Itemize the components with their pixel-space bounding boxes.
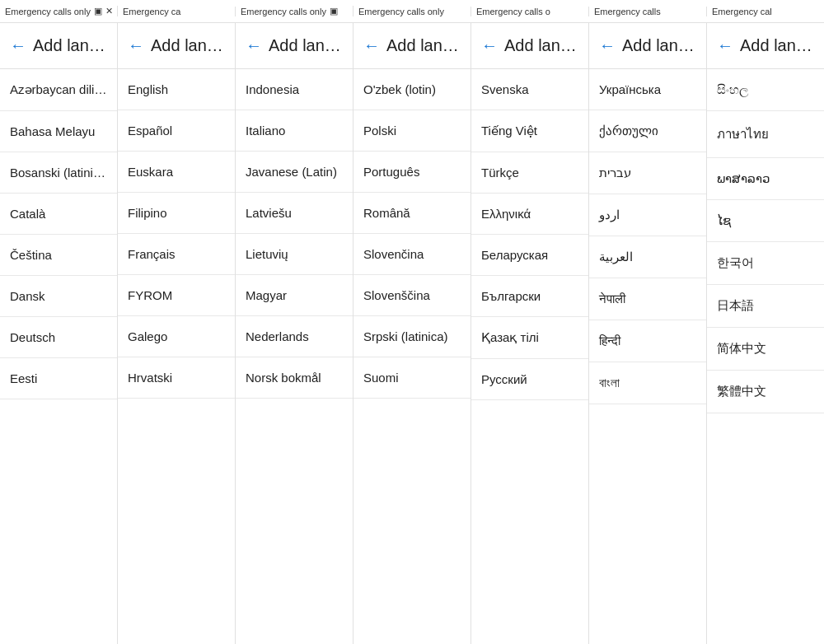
- list-item[interactable]: Türkçe: [471, 152, 588, 194]
- list-item[interactable]: Ελληνικά: [471, 194, 588, 235]
- list-item[interactable]: ພາສາລາວ: [707, 158, 824, 200]
- list-item[interactable]: हिन्दी: [589, 320, 706, 362]
- status-text-1: Emergency calls only: [5, 7, 91, 16]
- list-item[interactable]: Magyar: [236, 275, 353, 316]
- language-column-4: O'zbek (lotin)PolskiPortuguêsRomânăSlove…: [353, 69, 471, 644]
- list-item[interactable]: Suomi: [353, 357, 471, 399]
- language-column-6: Українськаქართულიעבריתاردوالعربيةनेपालीह…: [589, 69, 707, 644]
- status-text-2: Emergency ca: [123, 7, 180, 16]
- list-item[interactable]: العربية: [589, 236, 706, 278]
- list-item[interactable]: Nederlands: [236, 316, 353, 357]
- header-title-2: Add language: [151, 36, 225, 55]
- header-cell-2: ← Add language: [118, 23, 236, 68]
- list-item[interactable]: 简体中文: [707, 328, 824, 371]
- list-item[interactable]: ქართული: [589, 110, 706, 152]
- list-item[interactable]: Tiếng Việt: [471, 110, 588, 152]
- list-item[interactable]: English: [118, 69, 235, 110]
- list-item[interactable]: Русский: [471, 359, 588, 400]
- list-item[interactable]: Indonesia: [236, 69, 353, 110]
- list-item[interactable]: Български: [471, 276, 588, 317]
- language-column-1: Azərbaycan dili (latın)Bahasa MelayuBosa…: [0, 69, 118, 644]
- header-title-6: Add language: [622, 36, 696, 55]
- status-cell-5: Emergency calls o: [471, 7, 589, 16]
- language-column-2: EnglishEspañolEuskaraFilipinoFrançaisFYR…: [118, 69, 236, 644]
- header-cell-5: ← Add language: [471, 23, 589, 68]
- list-item[interactable]: Português: [353, 152, 471, 193]
- header-cell-3: ← Add language: [236, 23, 353, 68]
- header-cell-7: ← Add language: [707, 23, 824, 68]
- list-item[interactable]: O'zbek (lotin): [353, 69, 471, 110]
- list-item[interactable]: Lietuvių: [236, 234, 353, 275]
- list-item[interactable]: Беларуская: [471, 235, 588, 276]
- list-item[interactable]: Español: [118, 110, 235, 152]
- back-button-1[interactable]: ←: [10, 36, 26, 55]
- status-text-4: Emergency calls only: [358, 7, 444, 16]
- list-item[interactable]: Italiano: [236, 110, 353, 152]
- header-title-4: Add language: [386, 36, 461, 55]
- language-column-7: සිංහලภาษาไทยພາສາລາວໄຊ한국어日本語简体中文繁體中文: [707, 69, 824, 644]
- header-title-7: Add language: [740, 36, 814, 55]
- list-item[interactable]: Română: [353, 193, 471, 234]
- list-item[interactable]: 한국어: [707, 242, 824, 285]
- list-item[interactable]: Català: [0, 194, 117, 235]
- list-item[interactable]: Bahasa Melayu: [0, 111, 117, 152]
- status-cell-6: Emergency calls: [589, 7, 707, 16]
- back-button-5[interactable]: ←: [481, 36, 498, 55]
- back-button-4[interactable]: ←: [363, 36, 380, 55]
- list-item[interactable]: Français: [118, 234, 235, 275]
- list-item[interactable]: Srpski (latinica): [353, 316, 471, 357]
- list-item[interactable]: Galego: [118, 316, 235, 357]
- list-item[interactable]: Қазақ тілі: [471, 317, 588, 359]
- status-cell-4: Emergency calls only: [353, 7, 471, 16]
- list-item[interactable]: Svenska: [471, 69, 588, 110]
- list-item[interactable]: Javanese (Latin): [236, 152, 353, 193]
- back-button-6[interactable]: ←: [599, 36, 616, 55]
- list-item[interactable]: Українська: [589, 69, 706, 110]
- list-item[interactable]: Norsk bokmål: [236, 357, 353, 399]
- list-item[interactable]: FYROM: [118, 275, 235, 316]
- status-cell-1: Emergency calls only ▣ ✕: [0, 6, 118, 16]
- header-cell-1: ← Add language: [0, 23, 118, 68]
- header-title-1: Add language: [33, 36, 107, 55]
- back-button-3[interactable]: ←: [246, 36, 262, 55]
- list-item[interactable]: Hrvatski: [118, 357, 235, 399]
- list-item[interactable]: Filipino: [118, 193, 235, 234]
- list-item[interactable]: 日本語: [707, 285, 824, 328]
- list-item[interactable]: Euskara: [118, 152, 235, 193]
- list-item[interactable]: Deutsch: [0, 317, 117, 358]
- list-item[interactable]: Eesti: [0, 358, 117, 399]
- header-row: ← Add language ← Add language ← Add lang…: [0, 23, 824, 69]
- list-item[interactable]: ภาษาไทย: [707, 111, 824, 158]
- back-button-7[interactable]: ←: [717, 36, 733, 55]
- list-item[interactable]: Dansk: [0, 276, 117, 317]
- signal-icon: ▣: [94, 6, 102, 16]
- list-item[interactable]: Čeština: [0, 235, 117, 276]
- list-item[interactable]: Latviešu: [236, 193, 353, 234]
- header-title-5: Add language: [504, 36, 578, 55]
- content-area: Azərbaycan dili (latın)Bahasa MelayuBosa…: [0, 69, 824, 644]
- status-cell-7: Emergency cal: [707, 7, 824, 16]
- list-item[interactable]: ໄຊ: [707, 200, 824, 242]
- status-bar: Emergency calls only ▣ ✕ Emergency ca Em…: [0, 0, 824, 23]
- status-text-6: Emergency calls: [594, 7, 661, 16]
- list-item[interactable]: Azərbaycan dili (latın): [0, 69, 117, 111]
- list-item[interactable]: বাংলা: [589, 362, 706, 404]
- back-button-2[interactable]: ←: [128, 36, 144, 55]
- list-item[interactable]: עברית: [589, 152, 706, 194]
- close-icon: ✕: [105, 6, 113, 16]
- list-item[interactable]: 繁體中文: [707, 371, 824, 413]
- header-cell-6: ← Add language: [589, 23, 707, 68]
- list-item[interactable]: नेपाली: [589, 278, 706, 320]
- list-item[interactable]: Polski: [353, 110, 471, 152]
- list-item[interactable]: اردو: [589, 194, 706, 236]
- list-item[interactable]: Slovenščina: [353, 275, 471, 316]
- header-title-3: Add language: [269, 36, 343, 55]
- status-text-7: Emergency cal: [712, 7, 772, 16]
- list-item[interactable]: Slovenčina: [353, 234, 471, 275]
- header-cell-4: ← Add language: [353, 23, 471, 68]
- list-item[interactable]: සිංහල: [707, 69, 824, 111]
- signal-icon-2: ▣: [330, 6, 338, 16]
- language-column-5: SvenskaTiếng ViệtTürkçeΕλληνικάБеларуска…: [471, 69, 589, 644]
- list-item[interactable]: Bosanski (latinica): [0, 152, 117, 194]
- language-column-3: IndonesiaItalianoJavanese (Latin)Latvieš…: [236, 69, 353, 644]
